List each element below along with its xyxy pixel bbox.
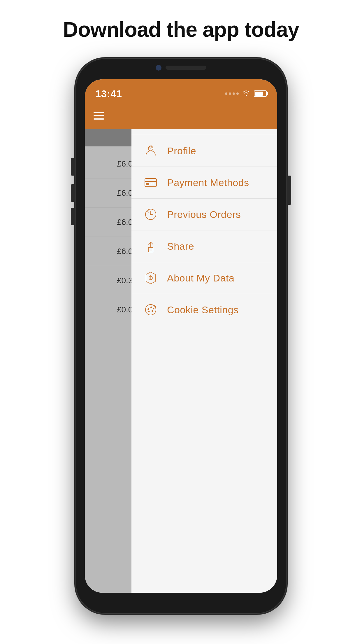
hamburger-line-3	[94, 118, 104, 120]
side-drawer: Profile Payment Methods	[131, 129, 277, 593]
data-icon: i	[143, 270, 158, 286]
menu-item-cookies[interactable]: Cookie Settings	[131, 294, 277, 326]
drawer-menu: Profile Payment Methods	[131, 129, 277, 331]
cookies-label: Cookie Settings	[167, 304, 239, 316]
status-icons	[225, 90, 267, 98]
wifi-icon	[242, 90, 250, 98]
svg-point-18	[149, 311, 150, 312]
status-bar: 13:41	[85, 79, 277, 103]
signal-dots	[225, 92, 239, 95]
hamburger-line-2	[94, 115, 104, 116]
phone-shell: 13:41	[76, 59, 286, 613]
svg-point-17	[152, 310, 153, 312]
menu-item-profile[interactable]: Profile	[131, 135, 277, 167]
svg-point-16	[151, 307, 152, 308]
svg-rect-9	[148, 247, 153, 252]
svg-point-15	[148, 309, 149, 310]
svg-text:i: i	[150, 276, 151, 279]
payment-label: Payment Methods	[167, 177, 249, 188]
orders-label: Previous Orders	[167, 209, 241, 220]
battery-fill	[255, 92, 263, 96]
svg-point-19	[153, 308, 154, 309]
svg-rect-3	[146, 183, 149, 185]
svg-point-14	[145, 304, 156, 315]
menu-item-orders[interactable]: Previous Orders	[131, 199, 277, 230]
orders-icon	[143, 207, 158, 222]
cookie-icon	[143, 302, 158, 317]
status-time: 13:41	[95, 88, 122, 99]
share-label: Share	[167, 241, 194, 252]
menu-item-payment[interactable]: Payment Methods	[131, 167, 277, 199]
signal-dot-3	[233, 92, 235, 95]
phone-screen: 13:41	[85, 79, 277, 593]
battery-icon	[254, 90, 267, 97]
app-bar	[85, 103, 277, 129]
profile-icon	[143, 143, 158, 158]
camera	[156, 65, 161, 71]
data-label: About My Data	[167, 272, 234, 284]
signal-dot-2	[229, 92, 231, 95]
hamburger-line-1	[94, 112, 104, 113]
signal-dot-1	[225, 92, 227, 95]
hamburger-menu-icon[interactable]	[94, 112, 104, 120]
page-title: Download the app today	[63, 18, 299, 41]
menu-item-share[interactable]: Share	[131, 230, 277, 262]
profile-label: Profile	[167, 145, 196, 157]
share-icon	[143, 239, 158, 254]
payment-icon	[143, 175, 158, 190]
phone-notch	[156, 65, 206, 71]
svg-point-8	[150, 214, 151, 215]
main-content: £6.00 £6.00 £6.00 £6.00 £0.35 £0.00	[85, 129, 277, 593]
menu-item-data[interactable]: i About My Data	[131, 262, 277, 294]
speaker	[166, 66, 206, 70]
svg-rect-1	[145, 178, 157, 187]
signal-dot-4	[236, 92, 239, 95]
